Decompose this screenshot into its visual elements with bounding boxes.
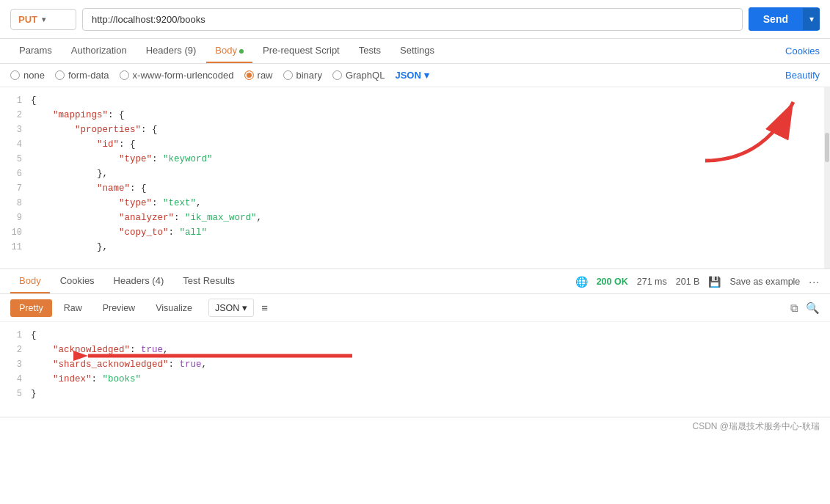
line-number: 6 [0,167,31,181]
response-meta: 🌐 200 OK 271 ms 201 B 💾 Save as example … [575,276,820,288]
tab-tests[interactable]: Tests [350,39,390,63]
radio-graphql [332,70,342,80]
more-button[interactable]: ··· [809,276,820,288]
radio-form-data [55,70,65,80]
line-number: 8 [0,196,31,211]
request-line: 2 "mappings": { [0,108,830,123]
none-label: none [23,70,45,81]
view-visualize-button[interactable]: Visualize [147,299,201,317]
response-line: 4 "index": "books" [0,372,830,387]
request-editor: 1{2 "mappings": {3 "properties": {4 "id"… [0,87,830,269]
line-number: 3 [0,123,31,137]
response-action-icons: ⧉ 🔍 [790,302,820,315]
radio-binary [283,70,293,80]
line-number: 1 [0,93,31,108]
form-data-label: form-data [68,70,109,81]
line-number: 3 [0,357,31,372]
request-line: 5 "type": "keyword" [0,152,830,167]
json-format-select[interactable]: JSON ▾ [395,70,429,81]
line-number: 2 [0,108,31,123]
request-line: 10 "copy_to": "all" [0,225,830,240]
request-line: 7 "name": { [0,181,830,196]
save-example-button[interactable]: Save as example [729,277,800,287]
line-number: 2 [0,343,31,357]
line-number: 4 [0,137,31,152]
request-line: 11 }, [0,240,830,255]
body-type-form-data[interactable]: form-data [55,70,109,81]
method-label: PUT [18,14,37,25]
json-format-chevron: ▾ [424,70,429,81]
json-format-label: JSON [395,70,421,81]
tab-authorization[interactable]: Authorization [62,39,136,63]
response-tab-body[interactable]: Body [10,269,50,293]
raw-label: raw [258,70,273,81]
request-line: 6 }, [0,167,830,181]
filter-icon[interactable]: ≡ [261,302,268,314]
request-line: 3 "properties": { [0,123,830,137]
search-icon[interactable]: 🔍 [806,302,820,315]
response-tab-cookies[interactable]: Cookies [51,269,103,293]
response-editor: 1{2 "acknowledged": true,3 "shards_ackno… [0,322,830,417]
response-format-select[interactable]: JSON ▾ [208,299,254,317]
tab-params[interactable]: Params [10,39,61,63]
watermark: CSDN @瑞晟技术服务中心-耿瑞 [0,417,830,437]
format-chevron-icon: ▾ [242,302,247,313]
request-line: 9 "analyzer": "ik_max_word", [0,211,830,225]
response-line: 1{ [0,328,830,343]
send-dropdown-button[interactable]: ▾ [803,8,820,30]
request-scrollbar[interactable] [824,87,830,269]
response-toolbar: Pretty Raw Preview Visualize JSON ▾ ≡ ⧉ … [0,294,830,322]
tab-settings[interactable]: Settings [391,39,443,63]
graphql-label: GraphQL [346,70,385,81]
line-number: 9 [0,211,31,225]
method-select[interactable]: PUT ▾ [10,9,76,30]
send-button-group: Send ▾ [749,7,820,31]
body-type-row: none form-data x-www-form-urlencoded raw… [0,64,830,87]
request-line: 8 "type": "text", [0,196,830,211]
method-chevron-icon: ▾ [42,15,45,23]
response-time: 271 ms [637,277,667,287]
request-scrollbar-thumb [825,133,829,162]
line-number: 5 [0,387,31,401]
line-number: 7 [0,181,31,196]
beautify-button[interactable]: Beautify [785,70,820,81]
view-raw-button[interactable]: Raw [55,299,91,317]
save-icon: 💾 [708,276,721,288]
tab-pre-request[interactable]: Pre-request Script [254,39,349,63]
body-type-graphql[interactable]: GraphQL [332,70,385,81]
response-tabs: Body Cookies Headers (4) Test Results 🌐 … [0,269,830,294]
request-line: 1{ [0,93,830,108]
request-line: 4 "id": { [0,137,830,152]
response-tab-headers[interactable]: Headers (4) [105,269,173,293]
radio-urlencoded [120,70,129,80]
view-preview-button[interactable]: Preview [94,299,144,317]
radio-raw [244,70,254,80]
request-lines: 1{2 "mappings": {3 "properties": {4 "id"… [0,93,830,255]
response-section: Body Cookies Headers (4) Test Results 🌐 … [0,269,830,417]
copy-icon[interactable]: ⧉ [790,302,798,315]
response-size: 201 B [676,277,700,287]
line-number: 10 [0,225,31,240]
response-tab-test-results[interactable]: Test Results [174,269,244,293]
line-number: 4 [0,372,31,387]
line-number: 1 [0,328,31,343]
body-type-none[interactable]: none [10,70,45,81]
urlencoded-label: x-www-form-urlencoded [133,70,234,81]
view-pretty-button[interactable]: Pretty [10,299,52,317]
tab-headers[interactable]: Headers (9) [137,39,205,63]
radio-none [10,70,20,80]
request-tabs: Params Authorization Headers (9) Body Pr… [0,39,830,64]
tab-body[interactable]: Body [206,39,252,63]
body-type-raw[interactable]: raw [244,70,273,81]
body-type-urlencoded[interactable]: x-www-form-urlencoded [120,70,234,81]
binary-label: binary [296,70,322,81]
response-line: 5} [0,387,830,401]
body-type-binary[interactable]: binary [283,70,322,81]
send-button[interactable]: Send [749,7,803,31]
line-number: 5 [0,152,31,167]
url-input[interactable] [82,8,743,31]
status-code: 200 OK [597,277,628,287]
cookies-link[interactable]: Cookies [785,40,820,62]
body-dot [239,49,244,54]
url-bar: PUT ▾ Send ▾ [0,0,830,39]
